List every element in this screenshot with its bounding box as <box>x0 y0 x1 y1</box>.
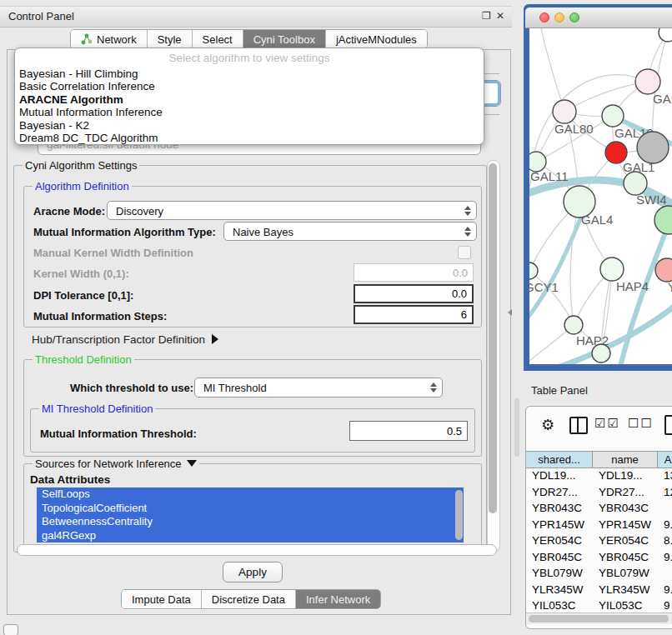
network-window-titlebar[interactable] <box>525 8 672 28</box>
column-layout-icon[interactable] <box>569 417 588 434</box>
document-icon[interactable] <box>664 415 672 435</box>
settings-scrollbar-thumb[interactable] <box>489 163 497 513</box>
kernel-width-input[interactable] <box>354 263 474 282</box>
table-row[interactable]: YPR145WYPR145W9. <box>526 517 672 533</box>
network-node[interactable] <box>654 206 672 234</box>
table-row[interactable]: YBR043CYBR043C <box>526 500 672 517</box>
dpi-tolerance-input[interactable] <box>354 284 474 303</box>
tab-cyni-toolbox[interactable]: Cyni Toolbox <box>243 30 326 48</box>
panel-splitter-arrow-icon[interactable] <box>508 309 512 316</box>
algorithm-menu-item[interactable]: Bayesian - K2 <box>19 119 479 132</box>
table-cell[interactable]: YLR345W <box>526 582 593 598</box>
table-cell[interactable] <box>658 565 672 582</box>
table-cell[interactable]: YER054C <box>526 532 593 549</box>
table-cell[interactable]: YBR045C <box>526 549 593 566</box>
algorithm-menu-item[interactable]: ARACNE Algorithm <box>19 93 479 106</box>
table-cell[interactable]: YDR27... <box>526 484 593 501</box>
table-cell[interactable]: YPR145W <box>526 517 593 533</box>
table-cell[interactable]: YDR27... <box>593 484 658 501</box>
data-attribute-item-selected[interactable]: gal4RGexp <box>37 529 464 543</box>
attributes-scrollbar-thumb[interactable] <box>455 490 463 540</box>
hub-section-toggle[interactable]: Hub/Transcription Factor Definition <box>32 333 218 346</box>
table-row[interactable]: YLR345WYLR345W9. <box>526 582 672 598</box>
table-cell[interactable]: 9. <box>658 549 672 566</box>
column-header-shared-name[interactable]: shared... <box>526 452 593 468</box>
network-node[interactable] <box>637 132 669 163</box>
table-cell[interactable]: YBR043C <box>526 500 593 517</box>
network-node-swi4[interactable] <box>624 172 647 195</box>
tab-style[interactable]: Style <box>148 30 193 48</box>
mi-threshold-input[interactable] <box>349 421 468 441</box>
table-hscrollbar[interactable] <box>526 612 672 624</box>
sources-legend[interactable]: Sources for Network Inference <box>33 458 199 470</box>
table-cell[interactable]: 12 <box>658 484 672 501</box>
which-threshold-combo[interactable]: MI Threshold <box>194 378 443 398</box>
algorithm-menu-item[interactable]: Bayesian - Hill Climbing <box>19 68 479 80</box>
table-row[interactable]: YDR27...YDR27...12 <box>526 484 672 501</box>
table-row[interactable]: YBL079WYBL079W <box>526 565 672 582</box>
network-node-hap2[interactable] <box>564 316 583 334</box>
table-cell[interactable]: YDL19... <box>593 468 658 484</box>
table-row[interactable]: YBR045CYBR045C9. <box>526 549 672 566</box>
float-window-icon[interactable]: ❐ <box>482 10 491 22</box>
table-cell[interactable]: 8. <box>658 532 672 549</box>
table-cell[interactable]: YIL053C <box>593 598 658 614</box>
attributes-hscrollbar[interactable] <box>17 544 497 556</box>
close-panel-icon[interactable]: ✕ <box>496 10 504 22</box>
zoom-window-icon[interactable] <box>569 12 579 22</box>
network-node[interactable] <box>592 344 610 362</box>
table-cell[interactable] <box>658 500 672 517</box>
settings-scrollbar[interactable] <box>487 160 500 552</box>
network-node-y[interactable] <box>655 258 672 282</box>
apply-button[interactable]: Apply <box>223 562 283 582</box>
algorithm-menu-item[interactable]: Mutual Information Inference <box>19 106 479 118</box>
table-row[interactable]: YIL053CYIL053C9 <box>526 598 672 614</box>
column-header-partial[interactable]: A <box>658 452 672 468</box>
panel-divider-handle[interactable] <box>514 398 519 457</box>
column-header-name[interactable]: name <box>593 452 658 468</box>
table-cell[interactable]: YBL079W <box>593 565 658 582</box>
aracne-mode-combo[interactable]: Discovery <box>107 201 477 220</box>
tab-network[interactable]: Network <box>71 30 148 48</box>
data-attribute-item-selected[interactable]: BetweennessCentrality <box>37 515 464 529</box>
minimized-panel-icon[interactable] <box>3 624 18 635</box>
mi-algorithm-type-combo[interactable]: Naive Bayes <box>223 222 477 241</box>
deselect-all-checkboxes-icon[interactable]: ☐☐ <box>628 416 654 431</box>
table-row[interactable]: YDL19...YDL19...13 <box>526 468 672 484</box>
table-cell[interactable]: YBR045C <box>593 549 658 566</box>
network-node-hap4[interactable] <box>600 258 624 281</box>
data-attribute-item-selected[interactable]: TopologicalCoefficient <box>37 502 464 516</box>
mi-steps-input[interactable] <box>354 305 474 324</box>
table-row[interactable]: YER054CYER054C8. <box>526 532 672 549</box>
table-cell[interactable]: YER054C <box>593 532 658 549</box>
table-hscrollbar-thumb[interactable] <box>529 615 669 622</box>
table-cell[interactable]: YIL053C <box>526 598 593 614</box>
table-cell[interactable]: YBR043C <box>593 500 658 517</box>
algorithm-menu-item[interactable]: Dream8 DC_TDC Algorithm <box>19 132 479 144</box>
table-cell[interactable]: 9 <box>658 598 672 614</box>
minimize-window-icon[interactable] <box>554 12 564 22</box>
tab-impute-data[interactable]: Impute Data <box>122 590 202 608</box>
table-cell[interactable]: 9. <box>658 517 672 533</box>
table-cell[interactable]: YLR345W <box>593 582 658 598</box>
attributes-scrollbar[interactable] <box>454 488 464 542</box>
table-cell[interactable]: 13 <box>658 468 672 484</box>
network-node-gal80[interactable] <box>553 100 576 123</box>
algorithm-menu-item[interactable]: Basic Correlation Inference <box>19 80 479 92</box>
tab-infer-network[interactable]: Infer Network <box>296 590 380 608</box>
select-all-checkboxes-icon[interactable]: ☑☑ <box>594 416 620 431</box>
tab-select[interactable]: Select <box>193 30 243 48</box>
table-cell[interactable]: YPR145W <box>593 517 658 533</box>
network-node-gal[interactable] <box>635 69 660 94</box>
table-cell[interactable]: 9. <box>658 582 672 598</box>
table-cell[interactable]: YDL19... <box>526 468 593 484</box>
table-cell[interactable]: YBL079W <box>526 565 593 582</box>
data-attribute-item-selected[interactable]: SelfLoops <box>37 488 464 502</box>
network-node-gal10[interactable] <box>602 105 624 127</box>
data-attributes-list[interactable]: SelfLoopsTopologicalCoefficientBetweenne… <box>37 488 464 543</box>
tab-discretize-data[interactable]: Discretize Data <box>202 590 296 608</box>
close-window-icon[interactable] <box>539 12 549 22</box>
gear-icon[interactable]: ⚙ <box>541 416 554 434</box>
tab-jactivemnodules[interactable]: jActiveMNodules <box>326 30 427 48</box>
manual-kernel-checkbox[interactable] <box>458 246 471 259</box>
